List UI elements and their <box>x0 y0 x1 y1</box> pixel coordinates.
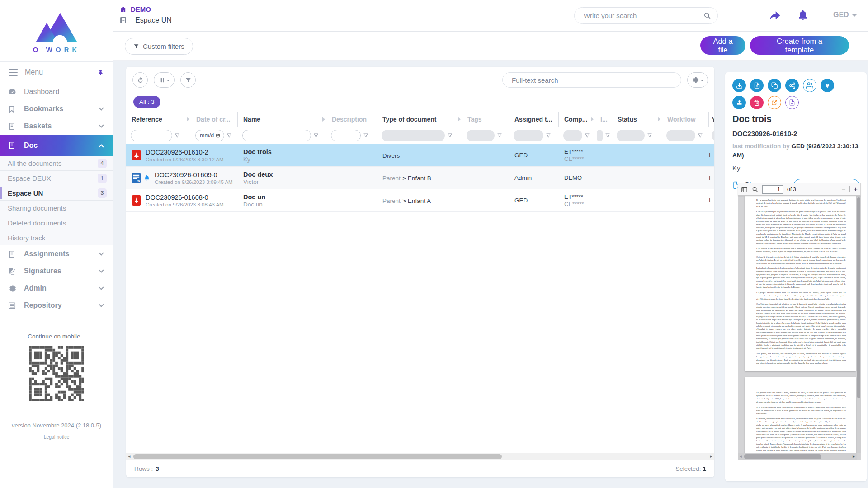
legal-notice-link[interactable]: Legal notice <box>0 434 113 440</box>
workflow-filter-select[interactable] <box>666 130 695 141</box>
column-header-i[interactable]: I... <box>595 112 612 127</box>
sidebar-toggle-icon[interactable] <box>741 186 748 193</box>
funnel-icon[interactable] <box>647 133 652 138</box>
table-row[interactable]: DOC230926-01610-2 Created on 9/26/2023 3… <box>126 144 714 167</box>
column-expand-icon[interactable] <box>658 117 660 122</box>
assigned-filter-select[interactable] <box>514 130 543 141</box>
sidebar-item-deleted-documents[interactable]: Deleted documents <box>0 216 113 230</box>
assign-users-button[interactable] <box>803 79 816 92</box>
app-logo[interactable]: O'WORK <box>0 0 113 61</box>
filter-all-pill[interactable]: All : 3 <box>133 96 160 108</box>
sidebar-item-espace-un[interactable]: Espace UN 3 <box>0 186 113 201</box>
fulltext-search-input[interactable] <box>511 76 673 84</box>
funnel-icon[interactable] <box>175 133 180 138</box>
add-file-button[interactable]: Add a file <box>700 36 745 55</box>
document-info-button[interactable] <box>785 96 799 109</box>
column-header-name[interactable]: Name <box>238 112 326 127</box>
tags-filter-select[interactable] <box>467 130 495 141</box>
page-number-input[interactable] <box>762 185 783 194</box>
table-settings-button[interactable] <box>687 72 708 88</box>
column-header-y[interactable]: Y... <box>709 112 714 127</box>
column-header-company[interactable]: Comp... <box>559 112 595 127</box>
scrollbar-thumb[interactable] <box>744 454 821 459</box>
sidebar-item-doc[interactable]: Doc <box>0 135 113 156</box>
custom-filters-button[interactable]: Custom filters <box>125 38 193 55</box>
scroll-right-arrow[interactable]: ► <box>708 455 714 459</box>
copy-button[interactable] <box>768 79 781 92</box>
global-search-input[interactable] <box>583 11 703 20</box>
hamburger-icon[interactable] <box>9 69 18 76</box>
pdf-search-icon[interactable] <box>752 186 758 192</box>
scroll-left-arrow[interactable]: ◄ <box>738 455 744 459</box>
search-icon[interactable] <box>703 12 711 19</box>
scrollbar-thumb[interactable] <box>857 197 860 398</box>
funnel-icon[interactable] <box>497 133 502 138</box>
sidebar-item-signatures[interactable]: Signatures <box>0 263 113 280</box>
type-filter-select[interactable] <box>382 130 445 141</box>
scroll-left-arrow[interactable]: ◄ <box>126 455 132 459</box>
column-header-assigned[interactable]: Assigned t... <box>509 112 559 127</box>
sidebar-item-all-the-documents[interactable]: All the documents 4 <box>0 156 113 171</box>
user-menu[interactable]: GED <box>833 11 857 19</box>
columns-button[interactable] <box>154 72 175 88</box>
funnel-icon[interactable] <box>546 133 551 138</box>
column-header-tags[interactable]: Tags <box>462 112 509 127</box>
scrollbar-thumb[interactable] <box>133 454 502 459</box>
column-header-reference[interactable]: Reference <box>126 112 191 127</box>
funnel-icon[interactable] <box>226 133 232 138</box>
company-filter-select[interactable] <box>563 130 582 141</box>
refresh-button[interactable] <box>132 72 148 88</box>
column-header-workflow[interactable]: Workflow <box>662 112 709 127</box>
column-expand-icon[interactable] <box>458 117 461 122</box>
zoom-out-button[interactable]: − <box>841 186 845 193</box>
sidebar-item-admin[interactable]: Admin <box>0 280 113 297</box>
table-horizontal-scrollbar[interactable]: ◄ ► <box>126 453 714 460</box>
share-button[interactable] <box>785 79 799 92</box>
column-header-description[interactable]: Description <box>326 112 377 127</box>
open-external-button[interactable] <box>768 96 781 109</box>
sidebar-item-dashboard[interactable]: Dashboard <box>0 83 113 100</box>
delete-button[interactable] <box>750 96 764 109</box>
description-filter-input[interactable] <box>331 130 361 141</box>
filter-button[interactable] <box>180 72 196 88</box>
sidebar-item-repository[interactable]: Repository <box>0 297 113 314</box>
column-expand-icon[interactable] <box>322 117 325 122</box>
upload-version-button[interactable] <box>750 79 764 92</box>
funnel-icon[interactable] <box>363 133 368 138</box>
sidebar-item-baskets[interactable]: Baskets <box>0 117 113 135</box>
zoom-in-button[interactable]: + <box>854 186 858 193</box>
create-from-template-button[interactable]: Create from a template <box>750 36 849 55</box>
column-header-type[interactable]: Type of document <box>377 112 462 127</box>
sidebar-item-sharing-documents[interactable]: Sharing documents <box>0 201 113 216</box>
column-expand-icon[interactable] <box>591 117 594 122</box>
scroll-right-arrow[interactable]: ► <box>851 455 857 459</box>
bell-icon[interactable] <box>797 9 809 22</box>
sidebar-item-history-track[interactable]: History track <box>0 230 113 245</box>
funnel-icon[interactable] <box>585 133 590 138</box>
breadcrumb[interactable]: DEMO <box>119 5 151 13</box>
column-expand-icon[interactable] <box>187 117 189 122</box>
date-filter-input[interactable]: mm/d <box>195 130 224 141</box>
table-row[interactable]: DOC230926-01608-0 Created on 9/26/2023 3… <box>126 189 714 212</box>
pdf-horizontal-scrollbar[interactable]: ◄ ► <box>738 453 857 460</box>
pin-sidebar-icon[interactable] <box>97 69 104 76</box>
funnel-icon[interactable] <box>698 133 703 138</box>
sidebar-item-espace-deux[interactable]: Espace DEUX 1 <box>0 171 113 186</box>
pdf-vertical-scrollbar[interactable] <box>857 196 861 453</box>
favorite-button[interactable]: ♥ <box>821 79 834 92</box>
sidebar-item-bookmarks[interactable]: Bookmarks <box>0 100 113 117</box>
column-header-date[interactable]: Date of cr... <box>191 112 238 127</box>
stamp-button[interactable] <box>732 96 746 109</box>
current-space[interactable]: Espace UN <box>119 16 172 24</box>
funnel-icon[interactable] <box>447 133 453 138</box>
share-forward-icon[interactable] <box>768 9 782 22</box>
pdf-canvas-area[interactable]: Il y a aujourd'hui trois cent quarante-h… <box>738 196 861 460</box>
y-filter-select[interactable] <box>712 130 714 141</box>
reference-filter-input[interactable] <box>131 130 172 141</box>
i-filter-select[interactable] <box>597 130 603 141</box>
table-row[interactable]: w DOC230926-01609-0 Created on 9/26/2023… <box>126 167 714 189</box>
column-header-status[interactable]: Status <box>612 112 662 127</box>
sidebar-item-assignments[interactable]: Assignments <box>0 245 113 263</box>
funnel-icon[interactable] <box>605 133 610 138</box>
download-button[interactable] <box>732 79 746 92</box>
